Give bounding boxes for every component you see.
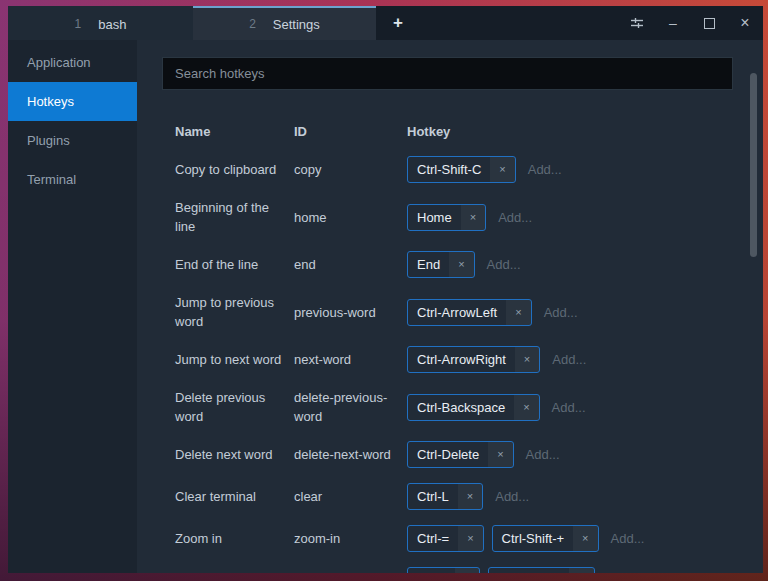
- hotkey-chip-label: Ctrl--: [408, 568, 455, 573]
- scrollbar-thumb[interactable]: [750, 73, 757, 257]
- hotkey-chip-label: Ctrl-Delete: [408, 442, 488, 467]
- hotkey-chip-label: Ctrl-L: [408, 484, 458, 509]
- add-hotkey-button[interactable]: Add...: [544, 303, 578, 322]
- tab-bash[interactable]: 1 bash: [8, 6, 193, 40]
- hotkey-chip[interactable]: Ctrl-ArrowLeft×: [407, 299, 532, 326]
- hotkey-chip[interactable]: Ctrl-=×: [407, 525, 484, 552]
- hotkey-chip[interactable]: Ctrl-L×: [407, 483, 483, 510]
- settings-sidebar: Application Hotkeys Plugins Terminal: [8, 40, 137, 573]
- sidebar-item-plugins[interactable]: Plugins: [8, 121, 137, 160]
- hotkey-remove-button[interactable]: ×: [515, 347, 539, 372]
- header-hotkey: Hotkey: [407, 122, 763, 141]
- hotkey-remove-button[interactable]: ×: [569, 568, 593, 573]
- hotkey-table-body: Copy to clipboard copy Ctrl-Shift-C×Add.…: [175, 148, 763, 573]
- hotkey-cell: Ctrl-ArrowLeft×Add...: [407, 299, 763, 326]
- hotkey-chip-label: Ctrl-Shift-+: [493, 526, 573, 551]
- hotkey-chip[interactable]: Home×: [407, 204, 486, 231]
- hotkey-cell: Ctrl-Backspace×Add...: [407, 394, 763, 421]
- tab-index: 2: [249, 17, 256, 31]
- table-row: Clear terminal clear Ctrl-L×Add...: [175, 475, 763, 517]
- hotkey-table: Name ID Hotkey Copy to clipboard copy Ct…: [175, 114, 763, 573]
- hotkey-remove-button[interactable]: ×: [458, 526, 482, 551]
- hotkey-remove-button[interactable]: ×: [458, 484, 482, 509]
- hotkey-name: Zoom out: [175, 571, 294, 573]
- add-hotkey-button[interactable]: Add...: [528, 160, 562, 179]
- table-row: Beginning of the line home Home×Add...: [175, 190, 763, 243]
- hotkey-cell: Home×Add...: [407, 204, 763, 231]
- table-row: End of the line end End×Add...: [175, 243, 763, 285]
- plus-icon: +: [393, 13, 403, 33]
- hotkey-remove-button[interactable]: ×: [455, 568, 479, 573]
- hotkey-chip-label: Ctrl-Shift-_: [489, 568, 569, 573]
- sidebar-item-application[interactable]: Application: [8, 43, 137, 82]
- sidebar-item-hotkeys[interactable]: Hotkeys: [8, 82, 137, 121]
- tab-index: 1: [75, 17, 82, 31]
- hotkey-chip-label: End: [408, 252, 449, 277]
- close-button[interactable]: ×: [727, 6, 763, 40]
- hotkey-chip[interactable]: Ctrl-Shift-_×: [488, 567, 595, 573]
- add-hotkey-button[interactable]: Add...: [607, 571, 641, 573]
- add-hotkey-button[interactable]: Add...: [526, 445, 560, 464]
- hotkey-chip[interactable]: End×: [407, 251, 475, 278]
- sliders-icon: [629, 15, 645, 31]
- hotkeys-panel: Name ID Hotkey Copy to clipboard copy Ct…: [137, 40, 763, 573]
- hotkey-cell: Ctrl-Shift-C×Add...: [407, 156, 763, 183]
- tab-settings[interactable]: 2 Settings: [193, 6, 376, 40]
- hotkey-name: Clear terminal: [175, 487, 294, 506]
- terminal-settings-window: 1 bash 2 Settings +: [8, 6, 763, 573]
- hotkey-chip[interactable]: Ctrl-Delete×: [407, 441, 514, 468]
- hotkey-id: end: [294, 255, 407, 274]
- hotkey-remove-button[interactable]: ×: [514, 395, 538, 420]
- hotkey-chip-label: Ctrl-Backspace: [408, 395, 514, 420]
- hotkey-cell: Ctrl-L×Add...: [407, 483, 763, 510]
- hotkey-id: delete-previous-word: [294, 388, 407, 426]
- hotkey-cell: Ctrl--×Ctrl-Shift-_×Add...: [407, 567, 763, 573]
- hotkey-remove-button[interactable]: ×: [449, 252, 473, 277]
- table-header-row: Name ID Hotkey: [175, 114, 763, 148]
- hotkey-chip[interactable]: Ctrl-Shift-C×: [407, 156, 516, 183]
- add-hotkey-button[interactable]: Add...: [552, 398, 586, 417]
- table-row: Delete previous word delete-previous-wor…: [175, 380, 763, 433]
- hotkey-cell: End×Add...: [407, 251, 763, 278]
- hotkey-chip[interactable]: Ctrl-Backspace×: [407, 394, 540, 421]
- titlebar-drag-area: [420, 6, 619, 40]
- hotkey-cell: Ctrl-ArrowRight×Add...: [407, 346, 763, 373]
- sliders-button[interactable]: [619, 6, 655, 40]
- hotkey-remove-button[interactable]: ×: [506, 300, 530, 325]
- hotkey-id: previous-word: [294, 303, 407, 322]
- hotkey-chip[interactable]: Ctrl-ArrowRight×: [407, 346, 540, 373]
- add-hotkey-button[interactable]: Add...: [495, 487, 529, 506]
- hotkey-name: Delete next word: [175, 445, 294, 464]
- hotkey-remove-button[interactable]: ×: [573, 526, 597, 551]
- table-row: Copy to clipboard copy Ctrl-Shift-C×Add.…: [175, 148, 763, 190]
- hotkey-chip[interactable]: Ctrl--×: [407, 567, 480, 573]
- tab-label: Settings: [273, 17, 320, 32]
- header-name: Name: [175, 122, 294, 141]
- maximize-button[interactable]: [691, 6, 727, 40]
- add-hotkey-button[interactable]: Add...: [498, 208, 532, 227]
- hotkey-name: Beginning of the line: [175, 198, 294, 236]
- add-hotkey-button[interactable]: Add...: [611, 529, 645, 548]
- search-input[interactable]: [162, 57, 733, 90]
- header-id: ID: [294, 122, 407, 141]
- table-row: Jump to next word next-word Ctrl-ArrowRi…: [175, 338, 763, 380]
- hotkey-chip[interactable]: Ctrl-Shift-+×: [492, 525, 599, 552]
- add-hotkey-button[interactable]: Add...: [552, 350, 586, 369]
- hotkey-id: clear: [294, 487, 407, 506]
- settings-body: Application Hotkeys Plugins Terminal Nam…: [8, 40, 763, 573]
- hotkey-name: Delete previous word: [175, 388, 294, 426]
- close-icon: ×: [740, 14, 749, 32]
- hotkey-id: home: [294, 208, 407, 227]
- minimize-button[interactable]: –: [655, 6, 691, 40]
- hotkey-id: next-word: [294, 350, 407, 369]
- new-tab-button[interactable]: +: [376, 6, 420, 40]
- hotkey-remove-button[interactable]: ×: [490, 157, 514, 182]
- hotkey-chip-label: Ctrl-=: [408, 526, 458, 551]
- table-row: Zoom out zoom-out Ctrl--×Ctrl-Shift-_×Ad…: [175, 559, 763, 573]
- hotkey-chip-label: Ctrl-ArrowRight: [408, 347, 515, 372]
- hotkey-remove-button[interactable]: ×: [461, 205, 485, 230]
- hotkey-name: Zoom in: [175, 529, 294, 548]
- sidebar-item-terminal[interactable]: Terminal: [8, 160, 137, 199]
- hotkey-remove-button[interactable]: ×: [488, 442, 512, 467]
- add-hotkey-button[interactable]: Add...: [487, 255, 521, 274]
